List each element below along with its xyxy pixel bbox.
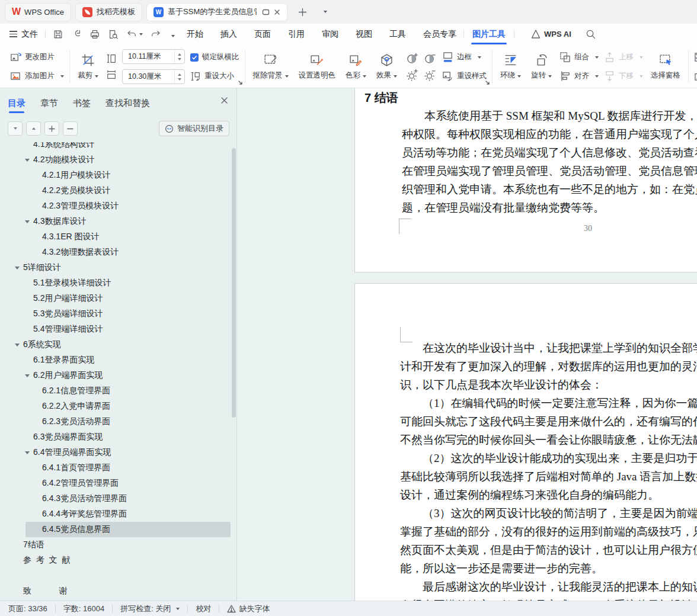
- color-button[interactable]: 色彩: [343, 53, 369, 81]
- width-input[interactable]: [123, 73, 170, 81]
- sidebar-scrollbar[interactable]: [232, 148, 236, 418]
- border-button[interactable]: 边框: [442, 50, 487, 64]
- file-menu-button[interactable]: 文件: [9, 29, 38, 40]
- missing-font-warning[interactable]: 缺失字体: [227, 604, 270, 614]
- print-preview-icon[interactable]: [108, 29, 119, 40]
- toc-item[interactable]: 4.2功能模块设计: [0, 152, 232, 168]
- toc-item[interactable]: 4.3.2物理数据表设计: [0, 245, 232, 260]
- compress-picture-button[interactable]: 压缩图: [694, 69, 697, 83]
- height-stepper[interactable]: [174, 50, 184, 63]
- toc-item[interactable]: 6系统实现: [0, 337, 232, 352]
- menu-tab[interactable]: 引用: [288, 29, 305, 40]
- toc-item[interactable]: 4.2.3管理员模块设计: [0, 198, 232, 214]
- search-icon[interactable]: [586, 29, 596, 39]
- export-icon[interactable]: [71, 29, 82, 40]
- contrast-decrease-icon[interactable]: [424, 52, 436, 65]
- toc-item[interactable]: 4.3.1ER 图设计: [0, 229, 232, 245]
- add-picture-button[interactable]: 添加图片: [10, 69, 64, 83]
- proofread-button[interactable]: 校对: [196, 604, 211, 614]
- collapse-arrow-icon[interactable]: [25, 159, 30, 162]
- menu-tab[interactable]: 审阅: [322, 29, 338, 40]
- toc-item[interactable]: 5.1登录模块详细设计: [0, 275, 232, 291]
- toc-item[interactable]: 致 谢: [0, 583, 232, 599]
- smart-toc-button[interactable]: 智能识别目录: [159, 121, 229, 136]
- toc-item[interactable]: 6.2用户端界面实现: [0, 368, 232, 383]
- menu-tab[interactable]: 页面: [254, 29, 271, 40]
- spellcheck-toggle[interactable]: 拼写检查: 关闭: [120, 604, 180, 614]
- toc-item[interactable]: 5.2用户端详细设计: [0, 291, 232, 306]
- width-spinner[interactable]: [122, 69, 185, 84]
- sidebar-close-icon[interactable]: [220, 97, 228, 104]
- menu-tab[interactable]: 开始: [187, 29, 203, 40]
- tab-wps-home[interactable]: W WPS Office: [5, 3, 71, 21]
- sharpen-button[interactable]: 清晰化: [694, 50, 697, 64]
- toc-expand-down-button[interactable]: [8, 121, 23, 136]
- toc-item[interactable]: 7结语: [0, 537, 232, 553]
- toc-item[interactable]: 6.3党员端界面实现: [0, 429, 232, 445]
- sidebar-tab[interactable]: 查找和替换: [105, 98, 150, 109]
- brightness-increase-icon[interactable]: [406, 69, 418, 81]
- toc-item[interactable]: 6.4.5党员信息界面: [25, 522, 231, 537]
- lock-aspect-checkbox[interactable]: 锁定纵横比: [190, 50, 239, 64]
- collapse-arrow-icon[interactable]: [25, 374, 30, 377]
- toc-item[interactable]: 6.4.1首页管理界面: [0, 460, 232, 476]
- word-count[interactable]: 字数: 16004: [63, 604, 104, 614]
- collapse-arrow-icon[interactable]: [15, 344, 20, 346]
- toc-item[interactable]: 4.2.1用户模块设计: [0, 168, 232, 183]
- menu-tab[interactable]: 插入: [220, 29, 237, 40]
- document-page-30[interactable]: 7 结语 本系统使用基于 SSM 框架和 MySQL 数据库进行开发，在设计使用…: [354, 88, 697, 272]
- toc-item[interactable]: 6.4管理员端界面实现: [0, 445, 232, 460]
- tab-document[interactable]: W 基于SSM的学生党员信息管理系: [146, 3, 287, 21]
- redo-icon[interactable]: [151, 29, 161, 40]
- align-button[interactable]: 对齐: [559, 69, 599, 83]
- brightness-decrease-icon[interactable]: [424, 69, 436, 81]
- sidebar-tab[interactable]: 目录: [8, 98, 25, 109]
- height-input[interactable]: [123, 53, 170, 61]
- toc-collapse-all-button[interactable]: [63, 121, 78, 136]
- tab-list-chevron-icon[interactable]: [317, 5, 331, 19]
- toc-collapse-up-button[interactable]: [26, 121, 41, 136]
- undo-button[interactable]: [126, 29, 143, 40]
- tab-session-icon[interactable]: [262, 8, 270, 16]
- toc-item[interactable]: 6.4.3党员活动管理界面: [0, 491, 232, 506]
- selection-pane-button[interactable]: 选择窗格: [648, 53, 683, 81]
- toc-item[interactable]: 4.2.2党员模块设计: [0, 183, 232, 198]
- toc-item[interactable]: 6.2.3党员活动界面: [0, 414, 232, 429]
- wps-ai-button[interactable]: WPS AI: [531, 30, 571, 38]
- width-stepper[interactable]: [174, 70, 184, 84]
- reset-style-button[interactable]: 重设样式: [442, 69, 487, 83]
- toc-item[interactable]: 5.3党员端详细设计: [0, 306, 232, 322]
- toc-item[interactable]: 6.1登录界面实现: [0, 352, 232, 368]
- menu-tab[interactable]: 会员专享: [423, 29, 456, 40]
- crop-button[interactable]: 裁剪: [75, 53, 101, 81]
- quickbar-chevron-icon[interactable]: [169, 30, 175, 39]
- remove-background-button[interactable]: 抠除背景: [251, 53, 291, 81]
- toc-item[interactable]: 5.4管理端详细设计: [0, 322, 232, 337]
- adjust-dialog-launcher-icon[interactable]: [485, 81, 490, 85]
- height-spinner[interactable]: [122, 49, 185, 64]
- toc-expand-all-button[interactable]: [44, 121, 59, 136]
- change-picture-button[interactable]: 更改图片: [10, 50, 64, 64]
- toc-item[interactable]: 4.3数据库设计: [0, 214, 232, 229]
- wrap-text-button[interactable]: 环绕: [498, 53, 523, 81]
- size-dialog-launcher-icon[interactable]: [238, 81, 243, 85]
- tab-docer-templates[interactable]: 找稻壳模板: [75, 3, 142, 21]
- toc-item[interactable]: 参 考 文 献: [0, 553, 232, 568]
- move-down-button[interactable]: 下移: [604, 69, 643, 83]
- document-canvas[interactable]: 7 结语 本系统使用基于 SSM 框架和 MySQL 数据库进行开发，在设计使用…: [238, 88, 697, 601]
- tab-picture-tools[interactable]: 图片工具: [471, 24, 507, 44]
- menu-tab[interactable]: 视图: [356, 29, 372, 40]
- toc-item[interactable]: 5详细设计: [0, 260, 232, 275]
- page-indicator[interactable]: 页面: 33/36: [8, 604, 47, 614]
- contrast-increase-icon[interactable]: [406, 52, 418, 65]
- toc-item[interactable]: 6.2.1信息管理界面: [0, 383, 232, 399]
- tab-close-icon[interactable]: [274, 9, 280, 15]
- save-icon[interactable]: [53, 29, 63, 40]
- toc-item[interactable]: 6.4.4考评奖惩管理界面: [0, 506, 232, 522]
- document-page-31[interactable]: 在这次的毕业设计当中，让我把课堂上学到的知识全部学以致用，对计和开发有了更加深入…: [354, 283, 697, 601]
- sidebar-tab[interactable]: 章节: [40, 98, 58, 109]
- effects-button[interactable]: 效果: [374, 53, 399, 81]
- reset-size-button[interactable]: 重设大小: [190, 69, 239, 83]
- rotate-button[interactable]: 旋转: [529, 53, 554, 81]
- move-up-button[interactable]: 上移: [604, 50, 643, 64]
